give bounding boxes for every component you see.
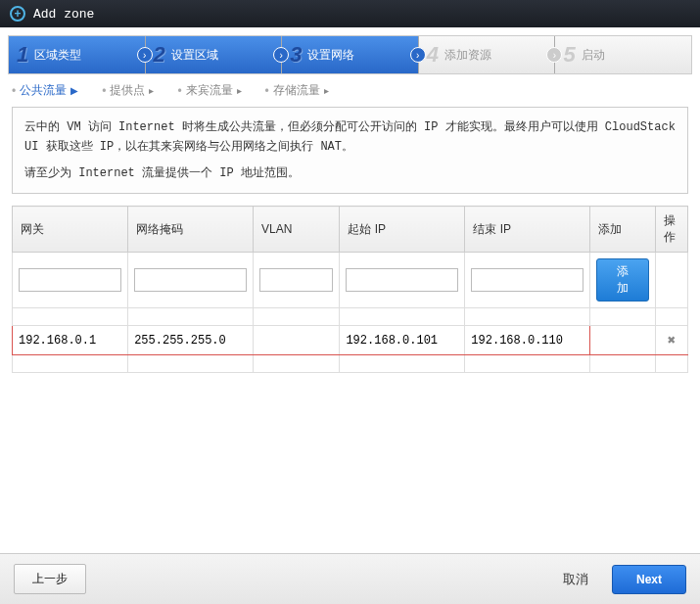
subnav-pod[interactable]: •提供点▸ (102, 82, 154, 99)
chevron-right-icon: › (273, 47, 289, 63)
cell-vlan (254, 326, 340, 355)
table-row: 192.168.0.1 255.255.255.0 192.168.0.101 … (13, 326, 688, 355)
subnav-storage-traffic[interactable]: •存储流量▸ (265, 82, 329, 99)
subnav-public-traffic[interactable]: •公共流量▶ (12, 82, 78, 99)
chevron-right-icon: › (546, 47, 562, 63)
vlan-input[interactable] (259, 268, 333, 292)
col-endip: 结束 IP (465, 207, 590, 253)
col-gateway: 网关 (13, 207, 128, 253)
info-box: 云中的 VM 访问 Internet 时将生成公共流量，但必须分配可公开访问的 … (12, 107, 688, 194)
col-ops: 操作 (656, 207, 688, 253)
add-button[interactable]: 添加 (596, 258, 649, 302)
cell-endip: 192.168.0.110 (465, 326, 590, 355)
step-zone-type[interactable]: 1 区域类型 › (9, 36, 146, 73)
step-setup-zone[interactable]: 2 设置区域 › (146, 36, 283, 73)
input-row: 添加 (13, 253, 688, 308)
netmask-input[interactable] (134, 268, 247, 292)
cell-netmask: 255.255.255.0 (128, 326, 254, 355)
subnav-guest-traffic[interactable]: •来宾流量▸ (177, 82, 241, 99)
col-netmask: 网络掩码 (128, 207, 254, 253)
cell-startip: 192.168.0.101 (340, 326, 465, 355)
delete-icon[interactable]: ✖ (662, 332, 681, 348)
step-setup-network[interactable]: 3 设置网络 › (282, 36, 419, 73)
wizard-steps: 1 区域类型 › 2 设置区域 › 3 设置网络 › 4 添加资源 › 5 启动 (8, 35, 692, 74)
titlebar: + Add zone (0, 0, 700, 27)
startip-input[interactable] (346, 268, 458, 292)
step-add-resources: 4 添加资源 › (419, 36, 556, 73)
ip-range-table: 网关 网络掩码 VLAN 起始 IP 结束 IP 添加 操作 添加 192.16… (12, 206, 688, 373)
col-vlan: VLAN (254, 207, 340, 253)
gateway-input[interactable] (19, 268, 121, 292)
col-add: 添加 (590, 207, 656, 253)
step-launch: 5 启动 (555, 36, 691, 73)
cell-gateway: 192.168.0.1 (13, 326, 128, 355)
add-icon: + (10, 6, 25, 22)
info-text-1: 云中的 VM 访问 Internet 时将生成公共流量，但必须分配可公开访问的 … (24, 117, 676, 158)
window-title: Add zone (33, 7, 94, 22)
subnav: •公共流量▶ •提供点▸ •来宾流量▸ •存储流量▸ (0, 74, 700, 107)
col-startip: 起始 IP (340, 207, 465, 253)
chevron-right-icon: › (410, 47, 426, 63)
info-text-2: 请至少为 Internet 流量提供一个 IP 地址范围。 (24, 163, 676, 183)
endip-input[interactable] (471, 268, 583, 292)
chevron-right-icon: › (137, 47, 153, 63)
